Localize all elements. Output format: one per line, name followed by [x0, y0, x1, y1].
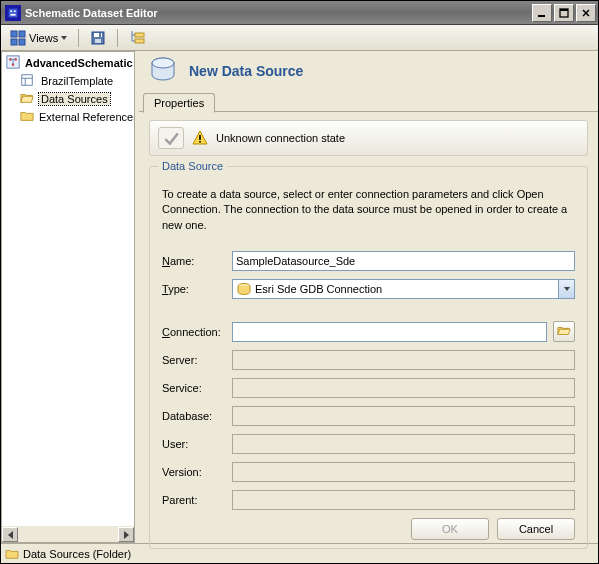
connection-status-banner: Unknown connection state	[149, 120, 588, 156]
database-field	[232, 406, 575, 426]
svg-rect-2	[10, 10, 12, 12]
svg-rect-36	[199, 135, 201, 140]
svg-rect-18	[135, 33, 144, 37]
minimize-button[interactable]	[532, 4, 552, 22]
user-label: User:	[162, 438, 226, 450]
views-icon	[10, 30, 26, 46]
warning-icon	[192, 130, 208, 146]
tree-item-braziltemplate[interactable]: BrazilTemplate	[2, 72, 134, 90]
views-label: Views	[29, 32, 58, 44]
tree-label: External References	[37, 111, 134, 123]
tree-item-externalreferences[interactable]: External References	[2, 108, 134, 126]
tree-label: BrazilTemplate	[39, 75, 115, 87]
tree-root[interactable]: AdvancedSchematic	[2, 54, 134, 72]
save-icon	[90, 30, 106, 46]
svg-rect-10	[11, 31, 17, 37]
groupbox-legend: Data Source	[158, 160, 227, 172]
toolbar-extra-button[interactable]	[124, 27, 150, 49]
svg-rect-37	[199, 141, 201, 143]
svg-marker-31	[21, 96, 33, 102]
scroll-track[interactable]	[18, 527, 118, 542]
version-label: Version:	[162, 466, 226, 478]
svg-marker-41	[6, 550, 18, 558]
template-icon	[20, 73, 36, 89]
app-icon	[5, 5, 21, 21]
cancel-button[interactable]: Cancel	[497, 518, 575, 540]
svg-rect-4	[10, 13, 15, 15]
scroll-right-button[interactable]	[118, 527, 134, 542]
page-title: New Data Source	[189, 63, 303, 79]
name-label: Name:	[162, 255, 226, 267]
svg-rect-16	[95, 39, 101, 43]
data-source-groupbox: Data Source To create a data source, sel…	[149, 166, 588, 549]
parent-label: Parent:	[162, 494, 226, 506]
close-button[interactable]	[576, 4, 596, 22]
tree-panel: AdvancedSchematic BrazilTemplate Data So…	[1, 51, 135, 543]
server-field	[232, 350, 575, 370]
svg-rect-27	[22, 75, 33, 86]
svg-rect-7	[560, 9, 568, 11]
ok-button[interactable]: OK	[411, 518, 489, 540]
scroll-left-button[interactable]	[2, 527, 18, 542]
toolbar: Views	[1, 25, 598, 51]
views-menu[interactable]: Views	[5, 27, 72, 49]
connection-field[interactable]	[232, 322, 547, 342]
svg-rect-11	[19, 31, 25, 37]
svg-point-34	[152, 58, 174, 68]
folder-closed-icon	[5, 548, 19, 560]
folder-open-icon	[20, 91, 36, 107]
svg-rect-3	[14, 10, 16, 12]
service-label: Service:	[162, 382, 226, 394]
svg-marker-40	[558, 329, 570, 334]
maximize-button[interactable]	[554, 4, 574, 22]
svg-rect-1	[9, 8, 18, 17]
datasource-header-icon	[147, 55, 179, 87]
folder-closed-icon	[20, 109, 34, 125]
type-label: Type:	[162, 283, 226, 295]
server-label: Server:	[162, 354, 226, 366]
title-bar: Schematic Dataset Editor	[1, 1, 598, 25]
toolbar-separator	[117, 29, 118, 47]
database-label: Database:	[162, 410, 226, 422]
browse-button[interactable]	[553, 321, 575, 342]
svg-marker-32	[21, 113, 33, 121]
svg-rect-17	[99, 33, 101, 37]
tree-horizontal-scrollbar[interactable]	[2, 526, 134, 542]
svg-rect-12	[11, 39, 17, 45]
tab-properties[interactable]: Properties	[143, 93, 215, 113]
type-combobox[interactable]: Esri Sde GDB Connection	[232, 279, 575, 299]
schematic-icon	[6, 55, 20, 71]
tab-label: Properties	[154, 97, 204, 109]
parent-field	[232, 490, 575, 510]
window-title: Schematic Dataset Editor	[25, 7, 532, 19]
folder-tree-icon	[129, 30, 145, 46]
chevron-down-icon	[61, 36, 67, 40]
tree-label: AdvancedSchematic	[23, 57, 134, 69]
type-value: Esri Sde GDB Connection	[255, 283, 558, 295]
toolbar-separator	[78, 29, 79, 47]
svg-rect-19	[135, 39, 144, 43]
name-field[interactable]	[232, 251, 575, 271]
svg-rect-5	[538, 15, 545, 17]
svg-rect-13	[19, 39, 25, 45]
service-field	[232, 378, 575, 398]
connection-type-icon	[236, 281, 252, 297]
tree-item-datasources[interactable]: Data Sources	[2, 90, 134, 108]
save-button[interactable]	[85, 27, 111, 49]
connection-label: Connection:	[162, 326, 226, 338]
instructions-text: To create a data source, select or enter…	[162, 187, 575, 233]
tab-strip: Properties	[139, 93, 598, 112]
version-field	[232, 462, 575, 482]
tree-label: Data Sources	[39, 93, 110, 105]
status-text: Data Sources (Folder)	[23, 548, 131, 560]
user-field	[232, 434, 575, 454]
content-pane: New Data Source Properties Unknown conne…	[139, 51, 598, 543]
checkmark-icon	[158, 127, 184, 149]
folder-open-icon	[556, 324, 572, 340]
chevron-down-icon[interactable]	[558, 280, 574, 298]
status-text: Unknown connection state	[216, 132, 345, 144]
